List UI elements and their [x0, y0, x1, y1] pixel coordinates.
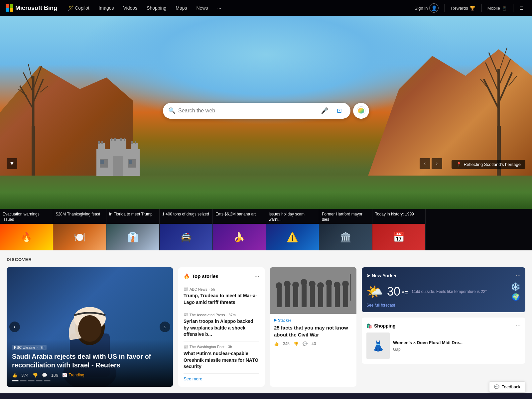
weather-location[interactable]: ➤ New York ▾	[366, 273, 396, 278]
see-more-button[interactable]: See more	[184, 374, 202, 381]
svg-rect-35	[113, 156, 123, 176]
civil-war-card[interactable]: ▶ Stacker 25 facts that you may not know…	[270, 267, 356, 387]
news-item-image-florida: 👔	[106, 224, 159, 250]
svg-rect-55	[310, 286, 315, 307]
hero-ground	[0, 176, 532, 209]
news-item-scam[interactable]: Issues holiday scam warni... ⚠️	[266, 209, 319, 250]
ap-icon: 📰	[184, 313, 188, 317]
nav-item-maps[interactable]: Maps	[172, 3, 191, 13]
search-input[interactable]	[178, 108, 319, 114]
svg-rect-2	[6, 8, 9, 12]
visual-search-button[interactable]: ⊡	[333, 105, 345, 117]
hero-next-button[interactable]: ›	[432, 158, 442, 169]
mobile-icon: 📱	[502, 6, 507, 11]
hamburger-icon: ☰	[519, 6, 523, 11]
news-strip: Evacuation warnings issued 🔥 $28M Thanks…	[0, 209, 532, 250]
location-arrow-icon: ➤	[366, 273, 370, 278]
news-item-history[interactable]: Today in history: 1999 📅	[372, 209, 426, 250]
nav-item-shopping[interactable]: Shopping	[143, 3, 170, 13]
discover-title: DISCOVER	[7, 257, 525, 262]
story-item-1[interactable]: 📰 ABC News · 5h Trump, Trudeau to meet a…	[184, 284, 259, 309]
hero-prev-button[interactable]: ‹	[420, 158, 430, 169]
hero-tree-right	[479, 43, 505, 176]
news-item-image-history: 📅	[372, 224, 425, 250]
copilot-icon: 🪄	[68, 5, 73, 11]
discover-grid: ‹ › RBC Ukraine · 7h Saudi Arabia reject…	[7, 267, 525, 387]
hamburger-menu-button[interactable]: ☰	[516, 4, 527, 12]
see-full-forecast-button[interactable]: See full forecast	[366, 303, 395, 308]
news-item-drugs[interactable]: 1,400 tons of drugs seized 🚔	[160, 209, 213, 250]
dot-2	[20, 380, 27, 381]
shopping-menu-button[interactable]: ···	[516, 322, 521, 329]
rewards-button[interactable]: Rewards 🏆	[448, 4, 478, 12]
shopping-item-1[interactable]: 👗 Women's × Doen Floral Midi Dre... Gap	[366, 332, 521, 359]
nav-item-copilot[interactable]: 🪄 Copilot	[64, 3, 93, 13]
svg-rect-1	[10, 4, 13, 8]
weather-menu-button[interactable]: ···	[516, 272, 521, 279]
svg-line-12	[40, 86, 48, 92]
copilot-button[interactable]	[353, 103, 369, 119]
nav-item-videos[interactable]: Videos	[119, 3, 142, 13]
story-item-1-source: 📰 ABC News · 5h	[184, 287, 259, 291]
weather-header: ➤ New York ▾ ···	[366, 272, 521, 279]
globe-icon: 🌍	[512, 293, 520, 301]
location-pin-icon: 📍	[456, 162, 462, 167]
news-item-mayor[interactable]: Former Hartford mayor dies 🏛️	[319, 209, 372, 250]
news-item-image-drugs: 🚔	[160, 224, 212, 250]
feedback-icon: 💬	[494, 384, 499, 389]
search-box[interactable]: 🔍 🎤 ⊡	[163, 103, 350, 119]
news-item-feast[interactable]: $28M Thanksgiving feast 🍽️	[53, 209, 106, 250]
news-item-text-mayor: Former Hartford mayor dies	[319, 209, 372, 224]
weather-extra: ❄️ 🌍	[511, 282, 521, 301]
story-item-2[interactable]: 📰 The Associated Press · 37m Syrian troo…	[184, 309, 259, 341]
weather-card: ➤ New York ▾ ··· 🌤️ 30 °F Cold outside. …	[362, 267, 525, 312]
logo[interactable]: Microsoft Bing	[5, 4, 57, 12]
news-item-text-feast: $28M Thanksgiving feast	[53, 209, 106, 224]
hero-section: 🔍 🎤 ⊡ ▼	[0, 16, 532, 209]
top-stories-menu-button[interactable]: ···	[254, 273, 259, 280]
svg-rect-34	[124, 138, 125, 141]
svg-line-16	[499, 72, 512, 102]
story-prev-button[interactable]: ‹	[9, 322, 20, 332]
story-item-3[interactable]: 📰 The Washington Post · 3h What Putin's …	[184, 341, 259, 374]
feedback-button[interactable]: 💬 Feedback	[489, 381, 525, 392]
news-item-florida[interactable]: In Florida to meet Trump 👔	[106, 209, 160, 250]
civil-war-content: ▶ Stacker 25 facts that you may not know…	[270, 314, 356, 350]
top-stories-card: 🔥 Top stories ··· 📰 ABC News · 5h Trump,…	[178, 267, 265, 387]
civil-war-image	[270, 267, 356, 314]
hero-expand-button[interactable]: ▼	[7, 158, 17, 169]
news-item-text-banana: Eats $6.2M banana art	[213, 209, 266, 224]
nav-item-more[interactable]: ···	[213, 3, 225, 13]
civil-war-title: 25 facts that you may not know about the…	[274, 324, 352, 338]
svg-point-52	[292, 282, 299, 288]
nav-item-images[interactable]: Images	[95, 3, 118, 13]
nav-item-news[interactable]: News	[192, 3, 212, 13]
trending-icon: 📈	[62, 373, 67, 377]
svg-rect-32	[114, 138, 116, 141]
voice-search-button[interactable]: 🎤	[319, 105, 331, 117]
dot-3	[28, 380, 35, 381]
news-item-image-mayor: 🏛️	[319, 224, 372, 250]
sign-in-button[interactable]: Sign in 👤	[411, 2, 442, 14]
svg-rect-25	[110, 139, 126, 153]
story-trending: 📈 Trending	[62, 373, 84, 377]
abc-news-icon: 📰	[184, 287, 188, 291]
mobile-button[interactable]: Mobile 📱	[484, 4, 510, 12]
shopping-bag-icon: 🛍️	[366, 323, 372, 329]
news-item-image-scam: ⚠️	[266, 224, 319, 250]
shopping-item-store: Gap	[393, 347, 521, 352]
story-next-button[interactable]: ›	[160, 322, 170, 332]
wp-icon: 📰	[184, 345, 188, 349]
svg-rect-53	[302, 284, 307, 307]
svg-line-10	[28, 64, 33, 84]
nav-divider-2	[481, 4, 481, 12]
rewards-icon: 🏆	[470, 6, 475, 11]
civil-war-likes-icon: 👍	[274, 341, 279, 346]
news-item-evacuation[interactable]: Evacuation warnings issued 🔥	[0, 209, 53, 250]
shopping-header: 🛍️ Shopping ···	[366, 322, 521, 329]
dot-4	[36, 380, 43, 381]
shopping-title: 🛍️ Shopping	[366, 323, 396, 329]
main-story-card[interactable]: ‹ › RBC Ukraine · 7h Saudi Arabia reject…	[7, 267, 173, 387]
svg-rect-29	[131, 141, 133, 144]
news-item-banana[interactable]: Eats $6.2M banana art 🍌	[213, 209, 266, 250]
